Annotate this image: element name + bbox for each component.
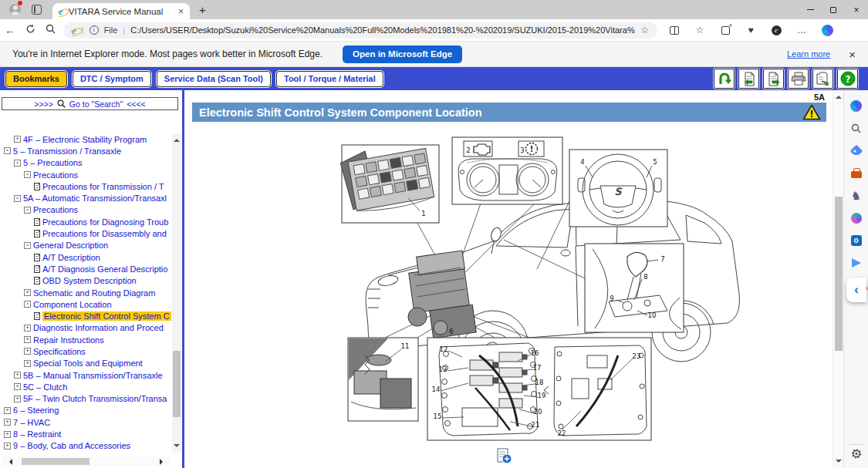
tree-item[interactable]: Repair Instructions (2, 334, 173, 345)
tree-item[interactable]: 5A – Automatic Transmission/Transaxl (2, 192, 173, 204)
tree-item[interactable]: OBD System Description (2, 275, 173, 287)
tree-item-label[interactable]: 6 – Steering (13, 406, 59, 415)
search-icon[interactable] (40, 24, 60, 36)
tool-torque-material-button[interactable]: Tool / Torque / Material (276, 71, 383, 87)
tree-item[interactable]: Precautions (2, 204, 173, 216)
tree-item[interactable]: Precautions (2, 169, 173, 180)
service-data-button[interactable]: Service Data (Scan Tool) (157, 71, 271, 87)
tree-item[interactable]: Precautions for Disassembly and (2, 227, 173, 239)
tree-item-label[interactable]: 5F – Twin Clutch Transmission/Transa (23, 394, 167, 403)
page-info-icon[interactable]: i (90, 25, 99, 35)
collapse-minus-icon[interactable] (24, 207, 31, 214)
expand-plus-icon[interactable] (24, 336, 31, 343)
collapse-minus-icon[interactable] (24, 242, 31, 249)
toolbox-icon[interactable] (849, 167, 863, 180)
tree-item[interactable]: 9 – Body, Cab and Accessories (2, 440, 173, 452)
tree-scrollbar-horizontal[interactable] (2, 456, 171, 466)
expand-plus-icon[interactable] (24, 348, 31, 355)
tree-item-label[interactable]: A/T Description (42, 253, 100, 262)
browser-essentials-icon[interactable]: ♥ (745, 24, 757, 36)
scrollbar-thumb[interactable] (835, 197, 843, 351)
tree-item-label[interactable]: 4F – Electronic Stability Program (23, 135, 147, 144)
tree-item[interactable]: Specifications (2, 345, 173, 357)
favorites-icon[interactable]: ☆ (694, 24, 706, 36)
scrollbar-thumb[interactable] (22, 458, 90, 465)
document-icon[interactable] (34, 183, 40, 190)
tree-item-label[interactable]: Precautions (33, 205, 78, 214)
tree-item[interactable]: Precautions for Transmission / T (2, 180, 173, 192)
tree-item[interactable]: Precautions for Diagnosing Troub (2, 216, 173, 227)
tree-item-label[interactable]: 5 – Precautions (23, 158, 82, 167)
designer-icon[interactable] (849, 211, 863, 224)
document-icon[interactable] (34, 265, 40, 273)
expand-plus-icon[interactable] (4, 431, 11, 438)
split-screen-icon[interactable] (668, 24, 681, 36)
tree-item[interactable]: 5 – Transmission / Transaxle (2, 145, 173, 157)
window-minimize-button[interactable] (799, 0, 822, 19)
page-next-icon[interactable] (763, 69, 784, 89)
tree-item-label[interactable]: 5 – Transmission / Transaxle (13, 146, 121, 156)
document-icon[interactable] (34, 254, 40, 261)
go-to-search-box[interactable]: >>>> Go to "Search" <<<< (2, 97, 178, 110)
more-menu-icon[interactable]: … (795, 24, 808, 36)
tree-item[interactable]: 5C – Clutch (2, 381, 173, 392)
tree-item-label[interactable]: 8 – Restraint (13, 429, 61, 439)
tree-item[interactable]: 7 – HVAC (2, 416, 173, 428)
new-tab-button[interactable]: + (199, 3, 206, 16)
window-close-button[interactable]: × (845, 0, 868, 19)
bookmarks-button[interactable]: Bookmarks (5, 71, 67, 87)
collapse-minus-icon[interactable] (14, 195, 21, 202)
outlook-icon[interactable]: o (849, 234, 863, 247)
drop-icon[interactable] (849, 256, 863, 269)
tree-item-label[interactable]: Precautions for Disassembly and (42, 229, 167, 238)
dtc-symptom-button[interactable]: DTC / Symptom (73, 71, 151, 87)
collapse-minus-icon[interactable] (14, 160, 21, 167)
tree-item[interactable]: Special Tools and Equipment (2, 358, 173, 369)
tree-item-label[interactable]: 9 – Body, Cab and Accessories (13, 441, 130, 450)
scroll-down-icon[interactable] (836, 460, 842, 466)
print-icon[interactable] (788, 69, 809, 89)
expand-plus-icon[interactable] (4, 407, 11, 414)
tree-item[interactable]: General Description (2, 240, 173, 251)
tree-item[interactable]: Schematic and Routing Diagram (2, 287, 173, 298)
search-sidebar-icon[interactable] (849, 122, 863, 135)
tree-item-label[interactable]: Precautions (33, 170, 78, 180)
url-field[interactable]: e | i File | C:/Users/USER/Desktop/Suzuk… (63, 22, 657, 39)
window-maximize-button[interactable] (822, 0, 845, 19)
expand-plus-icon[interactable] (14, 372, 21, 379)
tree-item-label[interactable]: Schematic and Routing Diagram (33, 288, 155, 298)
tree-item-label[interactable]: 7 – HVAC (13, 418, 50, 427)
collapse-minus-icon[interactable] (4, 147, 11, 154)
copilot-sidebar-icon[interactable] (849, 99, 863, 113)
tree-item-label[interactable]: OBD System Description (42, 276, 137, 285)
expand-plus-icon[interactable] (14, 383, 21, 390)
tree-item[interactable]: 5F – Twin Clutch Transmission/Transa (2, 393, 173, 405)
scroll-right-icon[interactable] (160, 459, 166, 465)
back-icon[interactable]: ← (0, 24, 20, 36)
document-icon[interactable] (34, 312, 40, 320)
collapse-minus-icon[interactable] (24, 301, 31, 308)
refresh-icon[interactable] (20, 24, 40, 36)
expand-plus-icon[interactable] (24, 360, 31, 367)
tab-close-icon[interactable]: × (178, 6, 184, 17)
zoom-image-icon[interactable] (498, 449, 512, 463)
banner-close-icon[interactable]: × (849, 48, 856, 61)
tree-item-label[interactable]: Precautions for Diagnosing Troub (42, 217, 168, 227)
tree-item[interactable]: 5 – Precautions (2, 157, 173, 169)
tree-item[interactable]: 5B – Manual Transmission/Transaxle (2, 369, 173, 381)
tree-item-label[interactable]: 5B – Manual Transmission/Transaxle (23, 371, 163, 380)
copilot-icon[interactable] (821, 24, 833, 36)
settings-gear-icon[interactable] (850, 448, 862, 463)
expand-plus-icon[interactable] (14, 136, 21, 143)
scroll-up-icon[interactable] (836, 93, 842, 99)
home-return-icon[interactable] (714, 69, 735, 89)
scrollbar-thumb[interactable] (173, 351, 181, 417)
ie-mode-indicator-icon[interactable]: e (770, 24, 782, 36)
tree-item-label[interactable]: Electronic Shift Control System C (42, 311, 171, 321)
tree-item-label[interactable]: Repair Instructions (33, 335, 104, 345)
favorite-star-icon[interactable]: ☆ (640, 25, 649, 35)
sidebar-collapse-chevron[interactable]: ‹ (846, 278, 866, 302)
collections-icon[interactable] (719, 24, 731, 36)
tree-item-label[interactable]: Specifications (33, 347, 86, 356)
url-text[interactable]: C:/Users/USER/Desktop/Suzuki%20Service%2… (130, 25, 635, 35)
